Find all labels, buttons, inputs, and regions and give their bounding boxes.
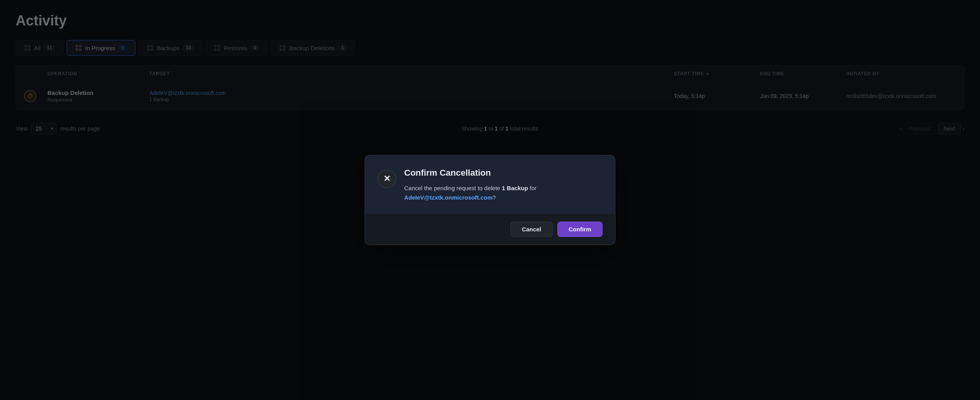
modal-footer: Cancel Confirm xyxy=(365,213,615,245)
modal-description: Cancel the pending request to delete 1 B… xyxy=(404,184,603,202)
modal-body: ✕ Confirm Cancellation Cancel the pendin… xyxy=(365,155,615,213)
confirm-cancellation-modal: ✕ Confirm Cancellation Cancel the pendin… xyxy=(365,155,615,245)
modal-overlay[interactable]: ✕ Confirm Cancellation Cancel the pendin… xyxy=(0,0,980,400)
modal-x-icon: ✕ xyxy=(377,169,396,188)
modal-email: AdeIeV@tzxtk.onmicrosoft.com xyxy=(404,194,493,201)
modal-content: Confirm Cancellation Cancel the pending … xyxy=(404,168,603,202)
cancel-button[interactable]: Cancel xyxy=(510,222,552,237)
modal-title: Confirm Cancellation xyxy=(404,168,603,178)
confirm-button[interactable]: Confirm xyxy=(557,222,603,237)
